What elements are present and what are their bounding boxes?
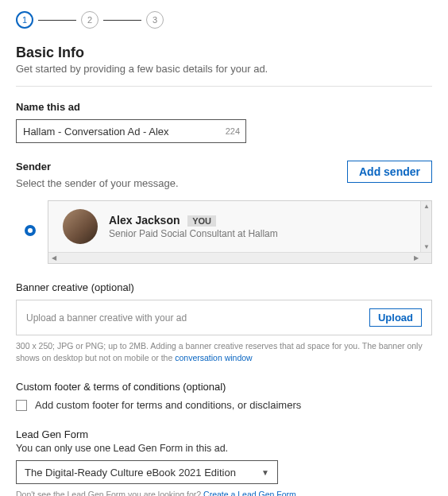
sender-list: Alex Jackson YOU Senior Paid Social Cons… — [48, 200, 432, 264]
banner-placeholder: Upload a banner creative with your ad — [26, 312, 187, 324]
leadgen-fineprint: Don't see the Lead Gen Form you are look… — [16, 489, 432, 496]
upload-button[interactable]: Upload — [369, 308, 422, 327]
footer-checkbox[interactable] — [16, 400, 27, 411]
you-tag: YOU — [187, 215, 216, 227]
scrollbar-horizontal[interactable]: ◀ ▶ — [48, 252, 431, 263]
avatar — [63, 209, 98, 244]
sender-help: Select the sender of your message. — [16, 177, 179, 189]
leadgen-help: You can only use one Lead Gen Form in th… — [16, 443, 228, 454]
banner-label: Banner creative (optional) — [16, 281, 432, 293]
footer-label: Custom footer & terms of conditions (opt… — [16, 381, 432, 393]
scrollbar-vertical[interactable] — [420, 201, 431, 252]
leadgen-selected: The Digital-Ready Culture eBook 2021 Edi… — [25, 467, 236, 479]
step-line — [38, 20, 76, 21]
add-sender-button[interactable]: Add sender — [347, 161, 432, 183]
footer-checkbox-row[interactable]: Add custom footer for terms and conditio… — [16, 399, 432, 411]
banner-upload-box: Upload a banner creative with your ad Up… — [16, 300, 432, 335]
banner-fineprint: 300 x 250; JPG or PNG; up to 2MB. Adding… — [16, 340, 432, 363]
leadgen-select[interactable]: The Digital-Ready Culture eBook 2021 Edi… — [16, 460, 278, 484]
sender-name: Alex Jackson — [109, 214, 180, 227]
divider — [16, 86, 432, 87]
create-leadgen-link[interactable]: Create a Lead Gen Form — [203, 490, 296, 496]
sender-item[interactable]: Alex Jackson YOU Senior Paid Social Cons… — [48, 209, 431, 252]
step-line — [103, 20, 141, 21]
sender-radio[interactable] — [25, 225, 36, 236]
name-label: Name this ad — [16, 101, 432, 113]
step-2[interactable]: 2 — [81, 11, 98, 29]
name-input-wrap: 224 — [16, 119, 246, 143]
stepper: 1 2 3 — [16, 11, 432, 29]
footer-checkbox-label: Add custom footer for terms and conditio… — [35, 399, 301, 411]
sender-label: Sender — [16, 161, 179, 172]
page-title: Basic Info — [16, 45, 432, 61]
conversation-window-link[interactable]: conversation window — [175, 353, 252, 362]
step-3[interactable]: 3 — [146, 11, 164, 29]
scroll-left-icon[interactable]: ◀ — [52, 254, 56, 262]
step-1[interactable]: 1 — [16, 11, 33, 29]
chevron-down-icon: ▼ — [261, 468, 269, 477]
leadgen-label: Lead Gen Form — [16, 428, 432, 440]
sender-role: Senior Paid Social Consultant at Hallam — [109, 228, 278, 239]
ad-name-input[interactable] — [16, 119, 246, 143]
page-subtitle: Get started by providing a few basic det… — [16, 63, 432, 75]
char-count: 224 — [226, 126, 240, 136]
scroll-right-icon[interactable]: ▶ — [414, 254, 419, 262]
